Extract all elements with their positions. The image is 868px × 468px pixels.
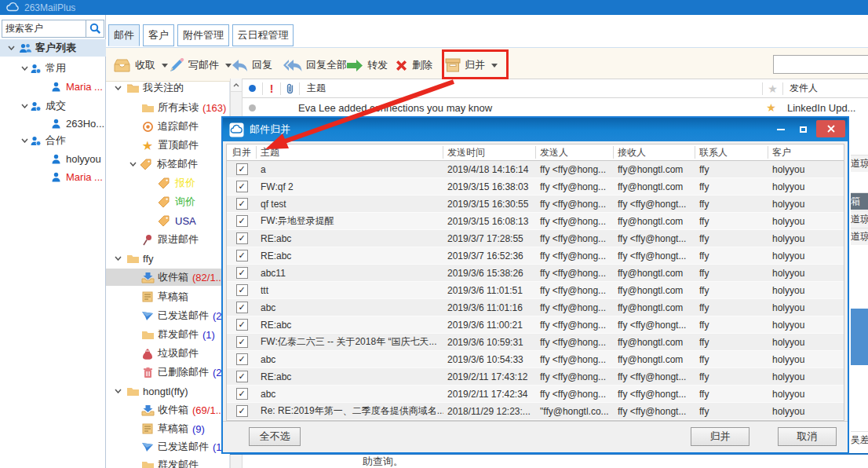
bg-text-fragment: 道琼 (851, 210, 868, 228)
row-checkbox[interactable]: ✓ (236, 250, 248, 261)
dialog-table-row[interactable]: ✓Re: RE:2019年第一、二季度各提供商域名...2018/11/29 1… (227, 403, 844, 420)
attachment-column[interactable] (281, 82, 299, 94)
dialog-table-row[interactable]: ✓abc2019/3/6 11:01:16ffy <ffy@hong...ffy… (227, 299, 844, 316)
row-checkbox[interactable]: ✓ (236, 284, 248, 296)
folder-item-deleted[interactable]: 已删除邮件(2... (106, 364, 230, 381)
folder-item-all-unread[interactable]: 所有未读(163) (106, 99, 230, 116)
star-column[interactable]: ★ (763, 82, 782, 95)
select-none-button[interactable]: 全不选 (249, 427, 301, 446)
search-button[interactable] (86, 20, 104, 38)
folder-item-tracked[interactable]: 追踪邮件 (106, 118, 230, 135)
subject-column-header[interactable]: 主题 (300, 82, 762, 95)
folder-item-inbox2[interactable]: 收件箱(69/1... (106, 401, 230, 419)
customer-item[interactable]: Maria ... (49, 78, 103, 95)
col-contact[interactable]: 联系人 (695, 146, 768, 159)
dialog-table-row[interactable]: ✓FW:亿泰二六三 -- 关于2018年 “国庆七天...2019/3/6 10… (227, 334, 844, 351)
customer-group-deal[interactable]: 成交 (21, 97, 66, 115)
scroll-up-icon[interactable] (231, 79, 242, 92)
col-time[interactable]: 发送时间 (443, 146, 536, 159)
folder-item-followup[interactable]: 跟进邮件 (106, 231, 230, 248)
dialog-table-row[interactable]: ✓abc112019/3/6 15:38:26ffy <ffy@hong...f… (227, 265, 844, 282)
row-checkbox[interactable]: ✓ (236, 353, 248, 365)
folder-item-pinned-top[interactable]: ★置顶邮件 (106, 137, 230, 154)
row-checkbox[interactable]: ✓ (236, 319, 248, 331)
col-merge[interactable]: 归并 (227, 146, 257, 159)
dialog-table-row[interactable]: ✓FW:异地登录提醒2019/3/15 16:08:13ffy <ffy@hon… (227, 213, 844, 230)
dialog-table-row[interactable]: ✓RE:abc2019/3/6 11:00:21ffy <ffy@hong...… (227, 316, 844, 334)
row-checkbox[interactable]: ✓ (236, 371, 248, 382)
tab-customer[interactable]: 客户 (143, 24, 174, 46)
customer-item[interactable]: 263Ho... (49, 115, 104, 132)
dialog-table-row[interactable]: ✓FW:qf 22019/3/15 16:38:03ffy <ffy@hong.… (227, 178, 844, 196)
dialog-table-row[interactable]: ✓abc2019/2/11 17:42:34ffy <ffy@hong...ff… (227, 386, 844, 403)
tab-cloud-schedule[interactable]: 云日程管理 (232, 24, 294, 46)
folder-item-bulk[interactable]: 群发邮件(1) (106, 326, 230, 343)
dialog-merge-button[interactable]: 归并 (691, 427, 749, 446)
folder-item-tagged[interactable]: 标签邮件 (106, 155, 230, 173)
customer-item[interactable]: holyyou (49, 150, 101, 167)
cell-time: 2019/3/6 15:38:26 (443, 268, 536, 279)
reply-all-button[interactable]: 回复全部 (283, 53, 347, 77)
customer-search-input[interactable] (2, 20, 86, 38)
dialog-table-row[interactable]: ✓a2019/4/18 14:16:14ffy <ffy@hong...ffy@… (227, 161, 844, 178)
dialog-cancel-button[interactable]: 取消 (778, 427, 837, 446)
col-receiver[interactable]: 接收人 (614, 146, 695, 159)
folder-item-tag-quote[interactable]: 报价 (106, 174, 230, 192)
dialog-table-row[interactable]: ✓ttt2019/3/6 11:01:51ffy <ffy@hong...ffy… (227, 282, 844, 299)
folder-item-hongtl[interactable]: hongtl(ffy) (106, 382, 230, 400)
reply-button[interactable]: 回复 (232, 53, 272, 77)
row-checkbox[interactable]: ✓ (236, 198, 248, 210)
dialog-table-row[interactable]: ✓RE:abc2019/3/7 17:28:55ffy <ffy@hong...… (227, 230, 844, 247)
row-checkbox[interactable]: ✓ (236, 267, 248, 279)
unread-dot-column[interactable] (243, 85, 262, 92)
col-subject[interactable]: 主题 (257, 146, 443, 159)
row-checkbox[interactable]: ✓ (236, 302, 248, 313)
dropdown-caret-icon[interactable] (225, 64, 232, 68)
folder-item-sent2[interactable]: 已发送邮件(1... (106, 438, 230, 455)
customer-group-common[interactable]: 常用 (21, 60, 66, 77)
folder-item-tag-inquiry[interactable]: 询价 (106, 193, 230, 210)
dialog-table-row[interactable]: ✓abc2019/3/6 10:54:33ffy <ffy@hong...ffy… (227, 351, 844, 368)
folder-item-drafts2[interactable]: 草稿箱(9) (106, 420, 230, 437)
forward-button[interactable]: 转发 (346, 53, 388, 77)
folder-item-bulk2[interactable]: 群发邮件 (106, 456, 230, 468)
row-checkbox[interactable]: ✓ (236, 181, 248, 192)
customer-item[interactable]: Maria ... (49, 168, 103, 185)
receive-button[interactable]: 收取 (113, 53, 168, 77)
folder-item-inbox[interactable]: 收件箱(82/1... (106, 269, 230, 286)
tab-mail[interactable]: 邮件 (108, 24, 140, 46)
dialog-table-row[interactable]: ✓qf test2019/3/15 16:30:55ffy <ffy@hong.… (227, 196, 844, 213)
importance-column[interactable]: ! (263, 82, 280, 95)
col-sender[interactable]: 发送人 (536, 146, 614, 159)
delete-button[interactable]: 删除 (395, 53, 432, 77)
row-checkbox[interactable]: ✓ (236, 405, 248, 417)
customer-list-header[interactable]: 客户列表 (0, 39, 106, 57)
dialog-titlebar[interactable]: 邮件归并 (223, 118, 848, 141)
folder-item-tag-usa[interactable]: USA (106, 212, 230, 229)
mail-search-input[interactable] (773, 55, 868, 74)
folder-item-ffy[interactable]: ffy (106, 250, 230, 267)
folder-item-drafts[interactable]: 草稿箱 (106, 288, 230, 305)
col-customer[interactable]: 客户 (768, 146, 844, 159)
dialog-table-row[interactable]: ✓RE:abc2019/3/7 16:52:36ffy <ffy@hong...… (227, 247, 844, 265)
row-checkbox[interactable]: ✓ (236, 163, 248, 175)
row-checkbox[interactable]: ✓ (236, 215, 248, 227)
row-checkbox[interactable]: ✓ (236, 388, 248, 400)
row-checkbox[interactable]: ✓ (236, 336, 248, 348)
tab-attachments[interactable]: 附件管理 (177, 24, 229, 46)
mail-row[interactable]: Eva Lee added connections you may know ★… (243, 99, 868, 116)
minimize-button[interactable] (772, 121, 790, 137)
folder-item-sent[interactable]: 已发送邮件(2... (106, 307, 230, 324)
dialog-table-row[interactable]: ✓RE:abc2019/2/11 17:43:12ffy <ffy@hong..… (227, 368, 844, 386)
customer-group-coop[interactable]: 合作 (21, 132, 66, 149)
compose-button[interactable]: 写邮件 (169, 53, 232, 77)
folder-item-watched[interactable]: 我关注的 (106, 79, 230, 97)
row-checkbox[interactable]: ✓ (236, 232, 248, 244)
dropdown-caret-icon[interactable] (162, 64, 168, 68)
folder-item-junk[interactable]: 垃圾邮件 (106, 345, 230, 362)
read-dot-icon (249, 104, 256, 112)
folder-label: 追踪邮件 (158, 119, 199, 133)
close-button[interactable] (816, 120, 845, 137)
maximize-button[interactable] (794, 121, 811, 137)
sender-column-header[interactable]: 发件人 (783, 82, 818, 95)
